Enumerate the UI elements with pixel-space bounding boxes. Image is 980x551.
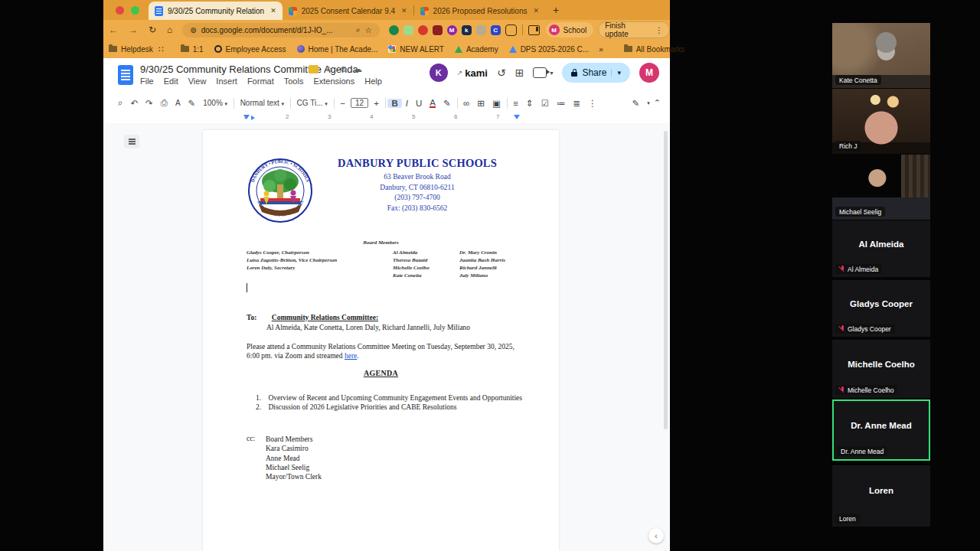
insert-link-icon[interactable]: ∞ [459, 99, 473, 108]
first-line-indent-marker[interactable] [251, 116, 255, 120]
audio-tile-gladys-cooper[interactable]: Gladys Cooper Gladys Cooper [832, 280, 930, 337]
left-indent-marker[interactable] [243, 115, 250, 119]
print-icon[interactable]: ⎙ [157, 98, 172, 108]
audio-tile-loren[interactable]: Loren Loren [832, 465, 930, 527]
bookmark-star-icon[interactable]: ☆ [365, 26, 372, 34]
move-folder-icon[interactable] [309, 65, 318, 73]
maroon-extension-icon[interactable] [433, 25, 443, 35]
line-spacing-icon[interactable]: ⇕ [522, 98, 537, 109]
redo-icon[interactable]: ↷ [142, 98, 157, 109]
numbered-list-icon[interactable]: ≣ [569, 98, 584, 109]
add-comment-icon[interactable]: ⊞ [473, 98, 488, 109]
open-in-kami-button[interactable]: ↗ kami [457, 67, 488, 79]
bookmark-1-1[interactable]: 1:1 [175, 45, 209, 54]
clever-extension-icon[interactable]: C [491, 25, 501, 35]
menu-help[interactable]: Help [364, 77, 382, 86]
audio-tile-dr-anne-mead-active-speaker[interactable]: Dr. Anne Mead Dr. Anne Mead [832, 399, 930, 461]
search-menus-icon[interactable]: ⌕ [114, 98, 126, 108]
reload-icon[interactable]: ↻ [143, 24, 162, 35]
fullscreen-window-button[interactable] [131, 6, 139, 15]
collaborator-avatar[interactable]: K [430, 64, 448, 82]
menu-edit[interactable]: Edit [164, 77, 178, 86]
right-indent-marker[interactable] [514, 115, 520, 119]
bookmarks-overflow-icon[interactable]: » [594, 45, 608, 54]
zoom-select[interactable]: 100% ▾ [199, 99, 231, 107]
cloud-saved-icon[interactable]: ☁ [354, 64, 362, 74]
meet-button[interactable]: ▾ [533, 67, 553, 78]
hide-menus-icon[interactable]: ⌃ [654, 98, 661, 108]
browser-menu-icon[interactable]: ⋮ [655, 26, 663, 34]
font-select[interactable]: CG Ti... ▾ [293, 99, 332, 107]
decrease-font-icon[interactable]: − [336, 99, 349, 108]
show-outline-button[interactable] [124, 135, 139, 148]
close-tab-icon[interactable]: ✕ [533, 7, 539, 15]
share-button[interactable]: Share ▾ [562, 63, 630, 83]
google-docs-logo[interactable] [118, 65, 133, 85]
bookmark-employee-access[interactable]: Employee Access [209, 45, 292, 54]
paragraph-style-select[interactable]: Normal text ▾ [237, 99, 288, 107]
bulleted-list-icon[interactable]: ≔ [553, 98, 570, 109]
site-settings-icon[interactable]: ⊜ [190, 26, 196, 34]
menu-extensions[interactable]: Extensions [313, 77, 354, 86]
underline-icon[interactable]: U [412, 99, 426, 108]
video-tile-michael-seelig[interactable]: Michael Seelig [832, 155, 930, 220]
new-tab-button[interactable]: + [545, 4, 567, 16]
back-icon[interactable]: ← [103, 24, 123, 35]
menu-file[interactable]: File [140, 77, 154, 86]
checklist-icon[interactable]: ☑ [537, 98, 553, 109]
menu-tools[interactable]: Tools [284, 77, 304, 86]
insert-image-icon[interactable]: ▣ [488, 98, 505, 109]
extensions-puzzle-icon[interactable] [476, 25, 486, 35]
undo-icon[interactable]: ↶ [126, 98, 142, 109]
bookmark-helpdesk[interactable]: Helpdesk [103, 45, 158, 54]
paint-format-icon[interactable]: ✎ [185, 98, 200, 109]
italic-icon[interactable]: I [402, 99, 412, 108]
comments-icon[interactable]: ⊞ [515, 67, 524, 79]
font-size-input[interactable]: 12 [351, 98, 368, 108]
bookmark-dps[interactable]: DPS 2025-2026 C... [504, 45, 595, 54]
tab-proposed-resolutions[interactable]: 2026 Proposed Resolutions ✕ [414, 2, 545, 20]
document-page[interactable]: DANBURY • PUBLIC • SCHOOLS A•COMMUNITY•O… [203, 130, 559, 551]
red-extension-icon[interactable] [418, 25, 428, 35]
menu-insert[interactable]: Insert [216, 77, 237, 86]
increase-font-icon[interactable]: + [370, 99, 383, 108]
address-bar[interactable]: ⊜ docs.google.com/document/d/1J-IO_... ⌕… [182, 23, 379, 37]
bookmark-home-academy[interactable]: Home | The Acade... [292, 45, 384, 54]
document-scrollbar[interactable] [664, 131, 668, 429]
close-tab-icon[interactable]: ✕ [270, 7, 276, 15]
zoom-page-icon[interactable]: ⌕ [356, 25, 361, 34]
align-icon[interactable]: ≡ [509, 99, 522, 108]
stream-link[interactable]: here [345, 352, 357, 360]
menu-view[interactable]: View [188, 77, 207, 86]
editing-mode-icon[interactable]: ✎ [629, 98, 644, 109]
side-panel-icon[interactable] [528, 25, 540, 35]
forward-icon[interactable]: → [123, 24, 143, 35]
mote-extension-icon[interactable] [403, 25, 413, 35]
text-color-icon[interactable]: A [430, 99, 436, 108]
home-icon[interactable]: ⌂ [162, 24, 178, 35]
tab-community-relations[interactable]: 9/30/25 Community Relation ✕ [149, 2, 283, 20]
caret-down-icon[interactable]: ▾ [643, 100, 654, 106]
share-caret-icon[interactable]: ▾ [611, 69, 621, 77]
account-avatar[interactable]: M [639, 63, 659, 83]
close-tab-icon[interactable]: ✕ [401, 7, 407, 15]
spellcheck-icon[interactable]: A [172, 99, 185, 107]
video-tile-rich-j[interactable]: Rich J [832, 89, 930, 154]
version-history-icon[interactable]: ↺ [497, 67, 506, 79]
more-options-icon[interactable]: ⋮ [584, 98, 601, 109]
all-bookmarks-button[interactable]: All Bookmarks [619, 45, 694, 54]
document-status-icon[interactable]: ⊚ [340, 64, 347, 74]
tab-consent-calendar[interactable]: 2025 Consent Calendar 9.4 ✕ [283, 2, 413, 20]
highlight-color-icon[interactable]: ✎ [439, 98, 455, 109]
grammarly-extension-icon[interactable] [389, 25, 399, 35]
url-text[interactable]: docs.google.com/document/d/1J-IO_... [201, 26, 351, 34]
clipboard-extension-icon[interactable] [505, 24, 517, 36]
bookmark-new-alert[interactable]: NEW ALERT [383, 45, 449, 54]
video-tile-kate-conetta[interactable]: Kate Conetta [832, 23, 930, 88]
star-document-icon[interactable]: ☆ [325, 64, 333, 74]
collapse-side-panel-button[interactable]: ‹ [648, 528, 664, 543]
apps-grid-icon[interactable]: ∷ [158, 44, 165, 54]
profile-chip[interactable]: M School [546, 22, 594, 37]
bookmark-academy[interactable]: Academy [449, 45, 504, 54]
audio-tile-michelle-coelho[interactable]: Michelle Coelho Michelle Coelho [832, 340, 930, 398]
